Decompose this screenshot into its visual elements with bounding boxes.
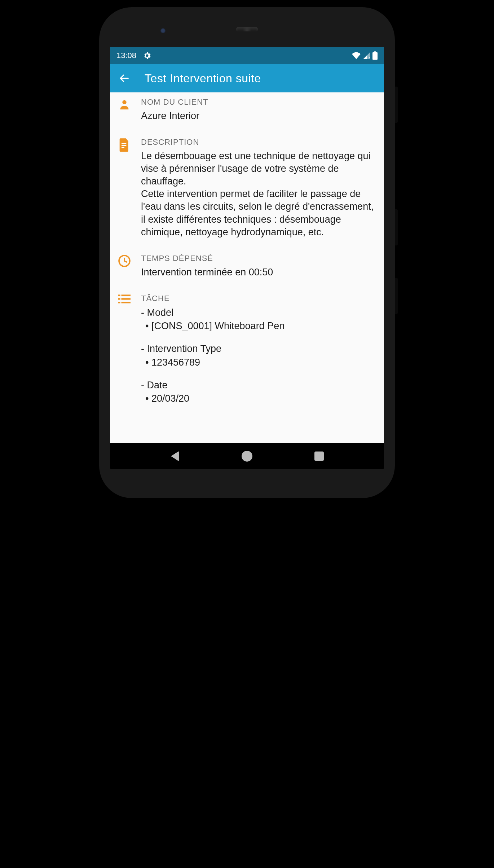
svg-rect-14 <box>122 302 131 303</box>
document-icon <box>119 138 130 152</box>
svg-text:×: × <box>369 56 370 59</box>
side-button <box>395 209 398 245</box>
phone-frame: 13:08 × Test Intervention suite <box>99 7 395 498</box>
section-description: DESCRIPTION Le désembouage est une techn… <box>116 138 374 239</box>
screen: 13:08 × Test Intervention suite <box>110 47 384 469</box>
client-value: Azure Interior <box>141 110 374 122</box>
section-client: NOM DU CLIENT Azure Interior <box>116 97 374 122</box>
circle-icon <box>242 451 252 462</box>
battery-icon <box>372 51 378 60</box>
svg-rect-7 <box>122 147 124 148</box>
arrow-left-icon <box>119 73 129 84</box>
signal-icon: × <box>363 52 370 59</box>
list-icon <box>118 295 131 304</box>
svg-rect-2 <box>374 51 376 53</box>
task-list: Model [CONS_0001] Whiteboard Pen Interve… <box>141 306 374 406</box>
android-nav-bar <box>110 443 384 469</box>
svg-rect-13 <box>118 302 120 303</box>
app-bar: Test Intervention suite <box>110 64 384 92</box>
task-row: Model [CONS_0001] Whiteboard Pen <box>141 306 374 333</box>
person-icon <box>118 98 131 110</box>
status-bar: 13:08 × <box>110 47 384 64</box>
content-area[interactable]: NOM DU CLIENT Azure Interior DESCRIPTION <box>110 92 384 443</box>
time-spent-value: Intervention terminée en 00:50 <box>141 266 374 279</box>
svg-rect-10 <box>122 295 131 296</box>
svg-rect-1 <box>372 52 378 60</box>
status-time: 13:08 <box>116 51 136 60</box>
time-spent-label: TEMPS DÉPENSÉ <box>141 254 374 263</box>
task-item-value: [CONS_0001] Whiteboard Pen <box>141 319 374 333</box>
task-label: TÂCHE <box>141 294 374 303</box>
task-row: Intervention Type 123456789 <box>141 342 374 369</box>
nav-home-button[interactable] <box>241 450 253 463</box>
description-value: Le désembouage est une technique de nett… <box>141 150 374 239</box>
svg-point-4 <box>122 100 126 104</box>
task-row: Date 20/03/20 <box>141 379 374 406</box>
svg-rect-5 <box>122 143 126 144</box>
nav-recent-button[interactable] <box>313 450 326 463</box>
description-label: DESCRIPTION <box>141 138 374 147</box>
triangle-icon <box>171 451 179 461</box>
svg-rect-12 <box>122 298 131 300</box>
side-button <box>395 278 398 314</box>
client-label: NOM DU CLIENT <box>141 97 374 107</box>
clock-icon <box>118 254 131 267</box>
page-title: Test Intervention suite <box>145 72 261 85</box>
task-item-name: Intervention Type <box>141 342 374 356</box>
section-time-spent: TEMPS DÉPENSÉ Intervention terminée en 0… <box>116 254 374 279</box>
wifi-icon <box>352 52 361 59</box>
task-item-value: 20/03/20 <box>141 392 374 405</box>
svg-rect-9 <box>118 295 120 296</box>
section-task: TÂCHE Model [CONS_0001] Whiteboard Pen I… <box>116 294 374 415</box>
side-button <box>395 87 398 123</box>
back-button[interactable] <box>118 72 130 84</box>
gear-icon <box>143 51 151 60</box>
task-item-name: Model <box>141 306 374 319</box>
svg-rect-11 <box>118 298 120 300</box>
task-item-name: Date <box>141 379 374 392</box>
task-item-value: 123456789 <box>141 356 374 369</box>
square-icon <box>314 452 324 461</box>
svg-rect-6 <box>122 145 126 146</box>
nav-back-button[interactable] <box>168 450 181 463</box>
